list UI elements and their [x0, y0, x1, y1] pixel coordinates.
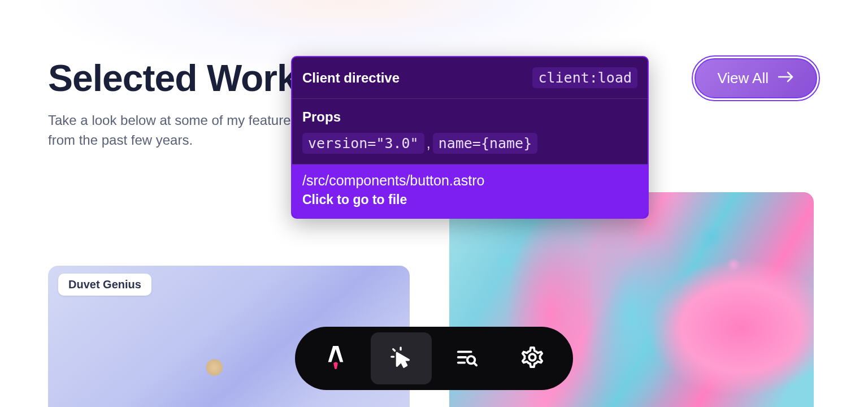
- dev-toolbar: [295, 327, 573, 390]
- tooltip-props-label: Props: [302, 109, 341, 124]
- gear-icon: [520, 345, 544, 371]
- svg-point-9: [529, 354, 535, 360]
- component-tooltip: Client directive client:load Props versi…: [291, 56, 649, 219]
- tooltip-file-link[interactable]: /src/components/button.astro Click to go…: [292, 164, 648, 218]
- toolbar-inspect-button[interactable]: [371, 332, 432, 384]
- toolbar-audit-button[interactable]: [436, 332, 497, 384]
- toolbar-settings-button[interactable]: [502, 332, 563, 384]
- cursor-click-icon: [389, 345, 413, 371]
- view-all-button[interactable]: View All: [695, 58, 817, 98]
- view-all-label: View All: [717, 70, 769, 87]
- astro-icon: [326, 345, 346, 372]
- svg-line-1: [393, 349, 395, 351]
- list-search-icon: [455, 345, 479, 371]
- arrow-right-icon: [778, 70, 795, 87]
- svg-line-8: [474, 363, 476, 366]
- comma: ,: [427, 135, 431, 151]
- tooltip-directive-label: Client directive: [302, 70, 400, 86]
- tooltip-click-hint: Click to go to file: [302, 192, 637, 207]
- tooltip-prop: name={name}: [433, 133, 538, 154]
- project-badge: Duvet Genius: [58, 274, 151, 296]
- tooltip-prop: version="3.0": [302, 133, 424, 154]
- tooltip-directive-value: client:load: [532, 67, 637, 88]
- tooltip-file-path: /src/components/button.astro: [302, 172, 637, 189]
- toolbar-astro-button[interactable]: [305, 332, 366, 384]
